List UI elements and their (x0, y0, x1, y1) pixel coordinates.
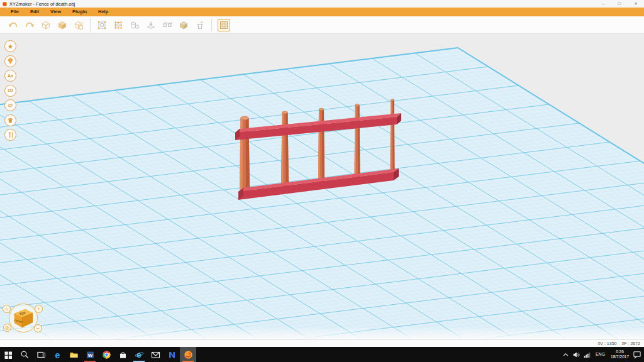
utensils-icon (6, 131, 14, 140)
copy-model-icon (57, 20, 67, 30)
3d-viewport[interactable]: ★Aa123@♛ TOP FRONT ⌂ + ◎ − (0, 34, 644, 339)
menu-view[interactable]: View (45, 8, 67, 16)
task-view-icon (36, 350, 46, 359)
mirror-button[interactable] (126, 18, 143, 33)
taskbar-word-button[interactable]: W (82, 347, 98, 362)
sidebar-item-favorites[interactable]: ★ (4, 40, 16, 52)
language-indicator[interactable]: ENG (593, 347, 608, 362)
text-icon: Aa (8, 74, 13, 78)
store-icon (118, 350, 128, 359)
transform-button[interactable] (110, 18, 126, 33)
grid-view-button[interactable] (218, 19, 230, 31)
sidebar-item-text[interactable]: Aa (4, 70, 16, 82)
crown-icon: ♛ (8, 117, 13, 124)
sidebar-item-numbers[interactable]: 123 (4, 85, 16, 97)
taskbar-edge-button[interactable]: e (49, 347, 65, 362)
gem-icon (6, 57, 14, 65)
word-icon: W (86, 350, 95, 359)
mail-icon (151, 350, 160, 359)
action-center-icon[interactable] (632, 347, 642, 362)
toolbar-group (90, 18, 208, 33)
menu-file[interactable]: File (5, 8, 25, 16)
tray-chevron-icon[interactable] (561, 347, 571, 362)
face-count: #F : 2672 (621, 341, 640, 346)
drop-to-platform-button[interactable] (143, 18, 159, 33)
at-icon: @ (8, 102, 13, 108)
app-window: XYZmaker - Fence of death.obj –□× FileEd… (0, 0, 644, 362)
sidebar-item-shapes[interactable] (4, 55, 16, 67)
svg-text:W: W (87, 352, 92, 358)
window-controls: –□× (595, 0, 644, 8)
menu-bar: FileEditViewPluginHelp (0, 8, 644, 16)
align-button[interactable] (159, 18, 175, 33)
minimize-button[interactable]: – (595, 0, 611, 8)
taskbar-clock[interactable]: 0:26 18/7/2017 (608, 349, 631, 360)
taskbar-xyzmaker-button[interactable] (180, 347, 196, 362)
taskbar-search-button[interactable] (16, 347, 33, 362)
redo-icon (25, 20, 35, 30)
close-icon: × (635, 1, 638, 6)
main-toolbar (0, 16, 644, 34)
new-model-button[interactable] (38, 18, 54, 33)
chrome-icon (102, 350, 111, 359)
taskbar-internet-explorer-button[interactable]: e (131, 347, 147, 362)
taskbar-mail-button[interactable] (147, 347, 164, 362)
taskbar-apps: eWe (0, 347, 196, 362)
undo-button[interactable] (5, 18, 21, 33)
select-model-icon (97, 20, 107, 30)
select-model-button[interactable] (94, 18, 110, 33)
new-model-icon (41, 20, 51, 30)
mirror-icon (130, 20, 140, 30)
redo-button[interactable] (21, 18, 38, 33)
title-bar: XYZmaker - Fence of death.obj –□× (0, 0, 644, 8)
menu-edit[interactable]: Edit (25, 8, 45, 16)
search-icon (20, 350, 30, 359)
home-view-button[interactable]: ⌂ (3, 305, 11, 313)
taskbar-file-explorer-button[interactable] (65, 347, 82, 362)
build-platform-grid (0, 48, 644, 339)
edge-icon: e (53, 350, 62, 359)
group-button[interactable] (175, 18, 192, 33)
taskbar-task-view-button[interactable] (33, 347, 49, 362)
drop-to-platform-icon (146, 20, 156, 30)
volume-icon[interactable] (572, 347, 582, 362)
undo-icon (8, 20, 18, 30)
fit-view-button[interactable]: ◎ (3, 324, 11, 332)
copy-model-button[interactable] (54, 18, 70, 33)
paste-model-button[interactable] (70, 18, 87, 33)
transform-icon (113, 20, 123, 30)
taskbar-store-button[interactable] (114, 347, 131, 362)
group-icon (179, 20, 189, 30)
zoom-in-button[interactable]: + (35, 305, 43, 313)
taskbar-chrome-button[interactable] (98, 347, 114, 362)
insert-tools-panel: ★Aa123@♛ (4, 40, 16, 141)
restore-button[interactable]: □ (611, 0, 628, 8)
app-logo-icon (3, 2, 7, 6)
sidebar-item-utensils[interactable] (4, 129, 16, 141)
taskbar-start-button[interactable] (0, 347, 16, 362)
close-button[interactable]: × (628, 0, 644, 8)
numbers-icon: 123 (8, 89, 13, 92)
network-icon[interactable] (582, 347, 592, 362)
svg-text:e: e (55, 350, 60, 359)
delete-button[interactable] (192, 18, 208, 33)
menu-help[interactable]: Help (92, 8, 114, 16)
window-title: XYZmaker - Fence of death.obj (9, 1, 75, 7)
internet-explorer-icon: e (135, 350, 144, 359)
file-explorer-icon (69, 350, 79, 359)
zoom-out-button[interactable]: − (34, 324, 42, 332)
star-icon: ★ (8, 43, 13, 50)
xyzmaker-icon (184, 350, 193, 359)
clock-time: 0:26 (611, 349, 629, 354)
sidebar-item-crown[interactable]: ♛ (4, 114, 16, 126)
grid-view-icon (219, 20, 229, 30)
svg-text:e: e (136, 350, 142, 359)
sidebar-item-symbols[interactable]: @ (4, 99, 16, 111)
view-navigation-widget: TOP FRONT ⌂ + ◎ − (0, 300, 48, 337)
taskbar-n-app-button[interactable] (164, 347, 180, 362)
minimize-icon: – (602, 1, 604, 6)
windows-taskbar: eWe ENG 0:26 18/7/2017 (0, 347, 644, 362)
3d-viewport-canvas[interactable] (0, 34, 644, 339)
paste-model-icon (74, 20, 84, 30)
menu-plugin[interactable]: Plugin (67, 8, 92, 16)
